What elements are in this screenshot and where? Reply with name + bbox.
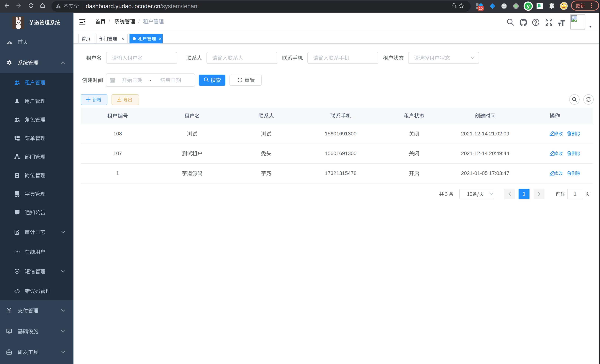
svg-text:10: 10 [479, 7, 483, 10]
svg-text:y: y [527, 3, 530, 9]
